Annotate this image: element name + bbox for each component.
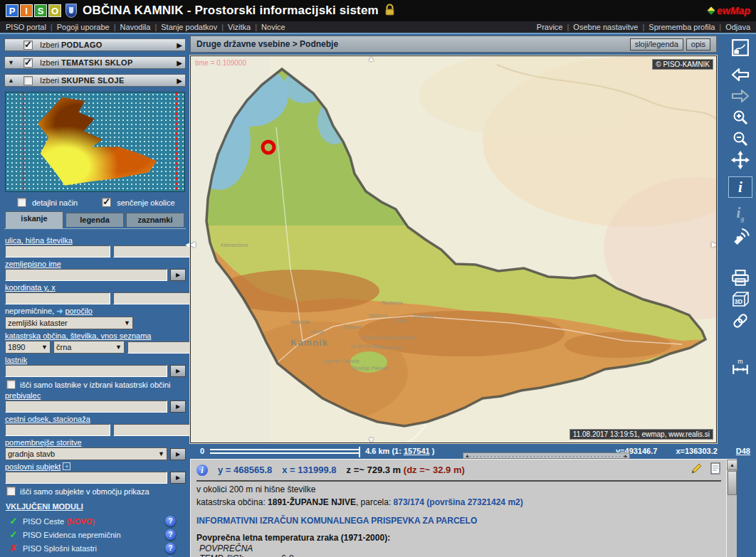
- owner-label[interactable]: lastnik: [5, 356, 186, 364]
- road-section-input[interactable]: [5, 424, 110, 436]
- panel-podlago[interactable]: Izberi PODLAGO ▶: [4, 38, 186, 51]
- shade-checkbox[interactable]: [102, 198, 111, 207]
- report-link[interactable]: poročilo: [65, 307, 93, 315]
- info-panel-scrollbar[interactable]: ▲: [726, 460, 737, 557]
- expand-right-icon[interactable]: ▶: [177, 59, 182, 67]
- pan-up-icon[interactable]: ▲: [367, 55, 375, 63]
- menu-pravice[interactable]: Pravice: [537, 23, 574, 31]
- layers-legend-button[interactable]: sloji/legenda: [630, 38, 683, 51]
- modules-heading[interactable]: VKLJUČENI MODULI: [6, 502, 186, 511]
- road-label[interactable]: cestni odsek, stacionaža: [5, 415, 186, 423]
- scroll-thumb[interactable]: [728, 471, 737, 495]
- info-advanced-button[interactable]: ig: [728, 203, 752, 225]
- coord-y-input[interactable]: [5, 292, 110, 304]
- overview-extent-button[interactable]: [728, 37, 752, 58]
- parcel-link[interactable]: 873/174 (površina 27321424 m2): [394, 497, 523, 507]
- road-station-input[interactable]: [113, 424, 190, 436]
- services-search-button[interactable]: ▶: [170, 448, 186, 460]
- skupne-checkbox[interactable]: [23, 76, 33, 85]
- piso-logo-icon[interactable]: P I S O: [6, 4, 61, 17]
- scale-link[interactable]: 157541: [404, 447, 430, 455]
- expand-right-icon[interactable]: ▶: [177, 41, 182, 49]
- menu-osebne-nastavitve[interactable]: Osebne nastavitve: [573, 23, 649, 31]
- coord-x-input[interactable]: [113, 292, 190, 304]
- help-icon[interactable]: ?: [165, 529, 176, 540]
- podlago-checkbox[interactable]: [23, 41, 33, 50]
- realestate-select[interactable]: zemljiški kataster ▼: [5, 317, 133, 329]
- resident-search-button[interactable]: ▶: [170, 400, 186, 413]
- menu-vizitka[interactable]: Vizitka: [228, 23, 261, 31]
- business-filter-checkbox[interactable]: [6, 487, 16, 496]
- menu-novice[interactable]: Novice: [261, 23, 285, 31]
- panel-label-prefix: Izberi: [40, 76, 59, 85]
- pan-right-icon[interactable]: ▶: [712, 240, 717, 249]
- scroll-up-icon[interactable]: ▲: [727, 460, 737, 470]
- measure-button[interactable]: m: [728, 356, 752, 377]
- menu-piso-portal[interactable]: PISO portal: [6, 23, 57, 31]
- expand-right-icon[interactable]: ▶: [177, 77, 182, 85]
- panel-tematski-sklop[interactable]: ▼ Izberi TEMATSKI SKLOP ▶: [4, 56, 186, 69]
- help-icon[interactable]: ?: [165, 543, 176, 553]
- pan-tool-button[interactable]: [728, 149, 752, 171]
- back-button[interactable]: [728, 64, 752, 85]
- description-button[interactable]: opis: [686, 38, 710, 51]
- tab-zaznamki[interactable]: zaznamki: [126, 213, 184, 227]
- panel-splitter-handle[interactable]: ▲▲: [463, 452, 630, 459]
- menu-sprememba-profila[interactable]: Sprememba profila: [649, 23, 725, 31]
- menu-pogoji-uporabe[interactable]: Pogoji uporabe: [57, 23, 120, 31]
- menu-navodila[interactable]: Navodila: [120, 23, 162, 31]
- geo-name-search-button[interactable]: ▶: [170, 269, 186, 281]
- tab-legenda[interactable]: legenda: [65, 213, 124, 227]
- parcel-number-input[interactable]: [127, 341, 190, 354]
- cadastral-code-select[interactable]: 1890 ▼: [5, 341, 51, 354]
- services-select[interactable]: gradnja stavb ▼: [5, 447, 167, 460]
- cadastral-label[interactable]: katastrska občina, številka, vnos seznam…: [5, 331, 186, 340]
- forward-button[interactable]: [728, 85, 752, 107]
- collapse-up-icon[interactable]: ▲: [8, 77, 18, 84]
- owner-input[interactable]: [5, 365, 167, 377]
- pan-left-icon[interactable]: ◀: [190, 240, 195, 249]
- notes-icon[interactable]: [710, 462, 721, 477]
- module-link[interactable]: PISO Splošni katastri: [23, 544, 97, 553]
- business-search-button[interactable]: ▶: [170, 472, 186, 484]
- tab-iskanje[interactable]: iskanje: [5, 211, 63, 228]
- 3d-view-button[interactable]: 3D: [728, 289, 752, 310]
- zoom-in-button[interactable]: [728, 107, 752, 128]
- house-number-input[interactable]: [113, 245, 190, 258]
- geo-name-input[interactable]: [5, 269, 167, 281]
- zoom-out-button[interactable]: [728, 128, 752, 149]
- utility-fee-calc-link[interactable]: INFORMATIVNI IZRAČUN KOMUNALNEGA PRISPEV…: [196, 516, 477, 526]
- owner-search-button[interactable]: ▶: [170, 365, 186, 377]
- owner-filter-checkbox[interactable]: [6, 380, 16, 389]
- sidebar-collapse-icon[interactable]: ◀: [185, 240, 190, 248]
- map-viewport[interactable]: Kamnik Mekinje Nevlje Šoteska Markovo Zn…: [190, 55, 717, 443]
- detail-mode-checkbox[interactable]: [17, 198, 26, 207]
- business-label[interactable]: poslovni subjekt: [5, 462, 61, 471]
- resident-input[interactable]: [5, 400, 167, 413]
- datum-link[interactable]: D48: [736, 447, 750, 455]
- help-icon[interactable]: ?: [165, 516, 176, 526]
- business-input[interactable]: [5, 472, 167, 484]
- overview-map[interactable]: [5, 92, 185, 192]
- collapse-down-icon[interactable]: ▼: [8, 59, 18, 66]
- panel-skupne-sloje[interactable]: ▲ Izberi SKUPNE SLOJE ▶: [4, 74, 186, 87]
- services-label[interactable]: pomembnejše storitve: [5, 438, 186, 447]
- module-link[interactable]: PISO Evidenca nepremičnin: [23, 531, 121, 539]
- menu-odjava[interactable]: Odjava: [725, 23, 750, 31]
- street-input[interactable]: [5, 245, 110, 258]
- info-tool-button[interactable]: i: [728, 176, 752, 198]
- business-expand-icon[interactable]: +: [63, 462, 70, 470]
- cadastral-name-select[interactable]: črna ▼: [53, 341, 125, 354]
- link-button[interactable]: [728, 310, 752, 331]
- gps-button[interactable]: [728, 225, 752, 246]
- resident-label[interactable]: prebivalec: [5, 391, 186, 400]
- coord-label[interactable]: koordinata y, x: [5, 283, 186, 292]
- module-link[interactable]: PISO Ceste (NOVO): [23, 517, 95, 526]
- menu-stanje-podatkov[interactable]: Stanje podatkov: [161, 23, 228, 31]
- tematski-checkbox[interactable]: [23, 58, 33, 68]
- pan-down-icon[interactable]: ▼: [367, 435, 375, 443]
- print-button[interactable]: [728, 267, 752, 289]
- geo-name-label[interactable]: zemljepisno ime: [5, 260, 186, 268]
- edit-pencil-icon[interactable]: [690, 462, 703, 477]
- street-label[interactable]: ulica, hišna številka: [5, 236, 186, 245]
